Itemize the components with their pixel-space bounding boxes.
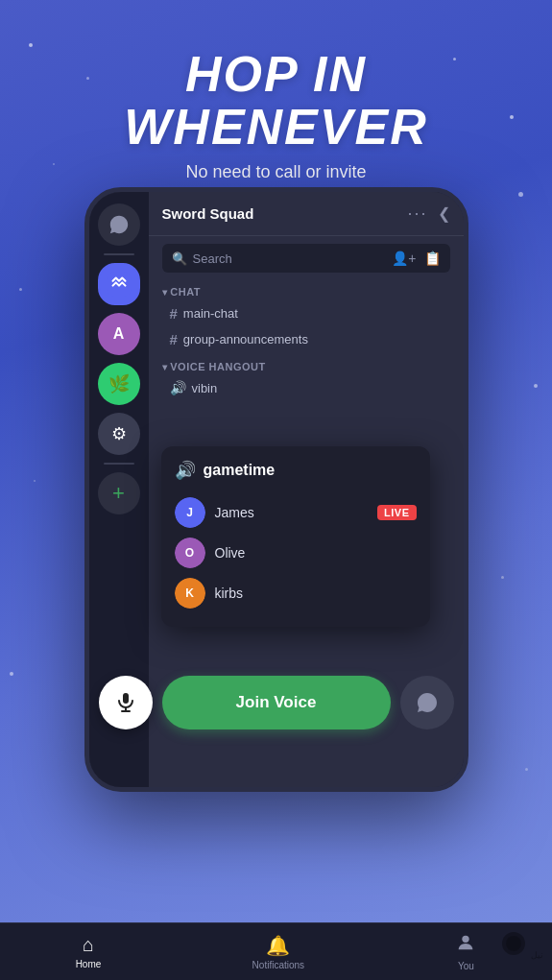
channel-vibin[interactable]: 🔊 vibin: [162, 376, 464, 399]
username-kirbs: kirbs: [215, 586, 244, 601]
svg-rect-0: [107, 272, 132, 297]
sidebar-divider-1: [104, 253, 134, 255]
nav-you[interactable]: You: [455, 932, 476, 971]
chat-button[interactable]: [400, 676, 454, 729]
hash-icon-1: #: [170, 305, 178, 322]
nav-notifications[interactable]: 🔔 Notifications: [252, 934, 304, 970]
mic-button[interactable]: [99, 676, 153, 729]
add-member-icon[interactable]: 👤+: [392, 251, 416, 266]
voice-popup-title: gametime: [204, 462, 276, 479]
svg-rect-1: [123, 693, 129, 704]
username-olive: Olive: [215, 545, 246, 561]
svg-point-6: [506, 936, 521, 951]
bell-nav-icon: 🔔: [266, 934, 290, 957]
channel-name-main-chat: main-chat: [183, 306, 238, 321]
watermark: نيل: [494, 929, 542, 968]
avatar-kirbs: K: [175, 578, 205, 609]
voice-popup: 🔊 gametime J James LIVE O Olive: [161, 446, 430, 627]
speaker-icon-popup: 🔊: [175, 460, 196, 481]
join-voice-button[interactable]: Join Voice: [162, 676, 391, 729]
username-james: James: [215, 505, 254, 520]
speaker-icon-1: 🔊: [170, 380, 186, 395]
chat-section-label: Chat: [162, 286, 464, 298]
chat-section: Chat # main-chat # group-announcements: [149, 280, 464, 355]
voice-user-kirbs: K kirbs: [175, 573, 417, 613]
header-actions: ··· ❮: [407, 203, 449, 224]
voice-user-olive: O Olive: [175, 533, 417, 573]
sidebar-dm-icon[interactable]: [98, 203, 140, 246]
home-nav-label: Home: [76, 959, 102, 969]
server-name: Sword Squad: [162, 205, 254, 222]
phone-frame: A 🌿 ⚙ + Sword Squad: [84, 187, 468, 792]
hash-icon-2: #: [170, 331, 178, 347]
voice-popup-header: 🔊 gametime: [175, 460, 417, 481]
search-icon: 🔍: [172, 251, 187, 266]
server-header: Sword Squad ··· ❮: [149, 192, 464, 236]
live-badge: LIVE: [377, 505, 416, 520]
bottom-nav: ⌂ Home 🔔 Notifications You: [0, 922, 552, 980]
search-bar[interactable]: 🔍 Search 👤+ 📋: [162, 244, 450, 273]
avatar-olive: O: [175, 538, 205, 568]
svg-point-4: [463, 936, 469, 943]
sidebar-divider-2: [104, 463, 134, 465]
home-nav-icon: ⌂: [83, 934, 94, 956]
join-voice-label: Join Voice: [236, 693, 317, 712]
notifications-nav-label: Notifications: [252, 960, 304, 970]
sidebar-server-3[interactable]: 🌿: [98, 363, 140, 405]
nav-home[interactable]: ⌂ Home: [76, 934, 102, 969]
channel-name-vibin: vibin: [192, 381, 218, 395]
join-bar: Join Voice: [99, 676, 454, 729]
more-options-button[interactable]: ···: [407, 203, 427, 224]
hero-section: HOP IN WHENEVER No need to call or invit…: [0, 0, 552, 202]
hero-title: HOP IN WHENEVER: [0, 48, 552, 153]
channel-group-announcements[interactable]: # group-announcements: [162, 327, 464, 351]
you-nav-icon: [455, 932, 476, 958]
you-nav-label: You: [458, 961, 474, 971]
channel-main-chat[interactable]: # main-chat: [162, 301, 464, 325]
hero-subtitle: No need to call or invite: [0, 162, 552, 182]
search-placeholder: Search: [193, 251, 232, 266]
sidebar-server-2[interactable]: A: [98, 313, 140, 355]
calendar-icon[interactable]: 📋: [424, 251, 441, 266]
channel-name-announcements: group-announcements: [183, 332, 308, 347]
voice-section-label: Voice Hangout: [162, 361, 464, 372]
voice-section: Voice Hangout 🔊 vibin: [149, 355, 464, 403]
phone-mockup: A 🌿 ⚙ + Sword Squad: [84, 187, 468, 792]
avatar-james: J: [175, 497, 205, 528]
sidebar-add-server[interactable]: +: [98, 472, 140, 514]
sidebar-server-1[interactable]: [98, 263, 140, 305]
voice-user-james: J James LIVE: [175, 492, 417, 533]
svg-text:نيل: نيل: [531, 950, 542, 960]
sidebar-server-4[interactable]: ⚙: [98, 413, 140, 455]
back-button[interactable]: ❮: [438, 204, 450, 223]
